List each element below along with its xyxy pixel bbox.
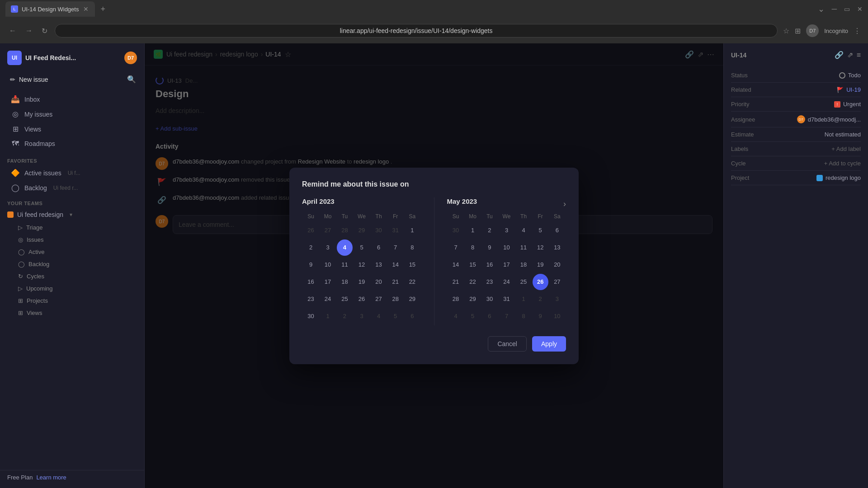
calendar-day-3[interactable]: 3 <box>320 239 336 256</box>
assignee-value-container[interactable]: D7 d7bdeb36@moodj... <box>797 115 861 123</box>
extensions-icon[interactable]: ⊞ <box>795 27 801 35</box>
calendar-day-1[interactable]: 1 <box>404 222 420 239</box>
calendar-day-11[interactable]: 11 <box>337 257 353 273</box>
calendar-day-16[interactable]: 16 <box>481 257 497 273</box>
calendar-day-13[interactable]: 13 <box>549 239 565 256</box>
calendar-day-11[interactable]: 11 <box>516 239 532 256</box>
calendar-day-8[interactable]: 8 <box>516 308 532 324</box>
user-avatar[interactable]: D7 <box>124 52 137 64</box>
calendar-day-31[interactable]: 31 <box>499 291 515 307</box>
calendar-day-30[interactable]: 30 <box>371 222 387 239</box>
priority-value-container[interactable]: ! Urgent <box>834 101 861 108</box>
sidebar-item-backlog[interactable]: ◯ Backlog Ui feed r... <box>4 180 141 195</box>
related-value-container[interactable]: 🚩 UI-19 <box>837 86 861 93</box>
menu-icon[interactable]: ⋮ <box>854 27 861 35</box>
calendar-day-23[interactable]: 23 <box>303 291 319 307</box>
back-button[interactable]: ← <box>7 25 18 37</box>
status-value-container[interactable]: Todo <box>839 72 861 79</box>
calendar-day-31[interactable]: 31 <box>387 222 403 239</box>
sidebar-item-views[interactable]: ⊞ Views <box>4 122 141 136</box>
sidebar-item-triage[interactable]: ▷ Triage <box>0 221 144 234</box>
calendar-day-20[interactable]: 20 <box>371 274 387 290</box>
calendar-day-21[interactable]: 21 <box>387 274 403 290</box>
calendar-day-16[interactable]: 16 <box>303 274 319 290</box>
reload-button[interactable]: ↻ <box>40 25 49 37</box>
sidebar-item-my-issues[interactable]: ◎ My issues <box>4 107 141 122</box>
calendar-day-13[interactable]: 13 <box>371 257 387 273</box>
calendar-day-7[interactable]: 7 <box>387 239 403 256</box>
calendar-day-30[interactable]: 30 <box>303 308 319 324</box>
calendar-day-10[interactable]: 10 <box>549 308 565 324</box>
calendar-day-10[interactable]: 10 <box>320 257 336 273</box>
calendar-day-12[interactable]: 12 <box>354 257 370 273</box>
calendar-day-6[interactable]: 6 <box>549 222 565 239</box>
star-icon[interactable]: ☆ <box>783 27 789 35</box>
profile-icon[interactable]: D7 <box>806 24 819 37</box>
calendar-day-28[interactable]: 28 <box>387 291 403 307</box>
modal-overlay[interactable]: Remind me about this issue on April 2023… <box>145 43 723 488</box>
calendar-day-5[interactable]: 5 <box>533 222 548 239</box>
sidebar-team-row[interactable]: Ui feed redesign ▾ <box>0 208 144 221</box>
calendar-day-26[interactable]: 26 <box>533 274 548 290</box>
calendar-day-8[interactable]: 8 <box>404 239 420 256</box>
calendar-day-29[interactable]: 29 <box>465 291 481 307</box>
calendar-day-17[interactable]: 17 <box>499 257 515 273</box>
close-window-icon[interactable]: ✕ <box>857 5 863 13</box>
sidebar-item-active[interactable]: ◯ Active <box>0 246 144 258</box>
calendar-day-3[interactable]: 3 <box>499 222 515 239</box>
calendar-day-27[interactable]: 27 <box>371 291 387 307</box>
sidebar-item-cycles[interactable]: ↻ Cycles <box>0 270 144 282</box>
learn-more-link[interactable]: Learn more <box>36 474 66 481</box>
calendar-day-25[interactable]: 25 <box>516 274 532 290</box>
address-bar[interactable]: linear.app/ui-feed-redesign/issue/UI-14/… <box>55 24 778 38</box>
related-value[interactable]: UI-19 <box>846 86 861 93</box>
calendar-day-2[interactable]: 2 <box>337 308 353 324</box>
sidebar-item-backlog-sub[interactable]: ◯ Backlog <box>0 258 144 270</box>
calendar-day-5[interactable]: 5 <box>387 308 403 324</box>
search-button[interactable]: 🔍 <box>124 72 139 86</box>
calendar-day-26[interactable]: 26 <box>303 222 319 239</box>
calendar-day-12[interactable]: 12 <box>533 239 548 256</box>
tab-close-button[interactable]: ✕ <box>82 5 90 13</box>
calendar-day-3[interactable]: 3 <box>549 291 565 307</box>
calendar-day-19[interactable]: 19 <box>354 274 370 290</box>
forward-button[interactable]: → <box>24 25 34 37</box>
calendar-day-24[interactable]: 24 <box>499 274 515 290</box>
calendar-day-10[interactable]: 10 <box>499 239 515 256</box>
calendar-day-29[interactable]: 29 <box>354 222 370 239</box>
estimate-value-container[interactable]: Not estimated <box>825 131 861 138</box>
sidebar-item-active-issues[interactable]: 🔶 Active issues Ui f... <box>4 165 141 180</box>
calendar-day-9[interactable]: 9 <box>481 239 497 256</box>
calendar-day-18[interactable]: 18 <box>516 257 532 273</box>
calendar-day-27[interactable]: 27 <box>549 274 565 290</box>
maximize-icon[interactable]: ▭ <box>844 5 850 13</box>
calendar-day-30[interactable]: 30 <box>481 291 497 307</box>
sidebar-item-views-sub[interactable]: ⊞ Views <box>0 307 144 319</box>
calendar-day-28[interactable]: 28 <box>337 222 353 239</box>
calendar-day-18[interactable]: 18 <box>337 274 353 290</box>
calendar-day-14[interactable]: 14 <box>387 257 403 273</box>
calendar-day-7[interactable]: 7 <box>448 239 464 256</box>
calendar-day-6[interactable]: 6 <box>481 308 497 324</box>
calendar-day-21[interactable]: 21 <box>448 274 464 290</box>
calendar-day-5[interactable]: 5 <box>465 308 481 324</box>
calendar-day-1[interactable]: 1 <box>516 291 532 307</box>
calendar-day-14[interactable]: 14 <box>448 257 464 273</box>
add-label-button[interactable]: + Add label <box>831 145 861 152</box>
more-right-button[interactable]: ≡ <box>857 51 861 59</box>
sidebar-item-projects[interactable]: ⊞ Projects <box>0 295 144 307</box>
calendar-day-1[interactable]: 1 <box>320 308 336 324</box>
cancel-button[interactable]: Cancel <box>488 336 527 352</box>
sidebar-item-roadmaps[interactable]: 🗺 Roadmaps <box>4 136 141 151</box>
calendar-day-7[interactable]: 7 <box>499 308 515 324</box>
add-cycle-button[interactable]: + Add to cycle <box>824 160 861 167</box>
apply-button[interactable]: Apply <box>532 336 566 352</box>
open-right-button[interactable]: ⇗ <box>847 51 853 59</box>
calendar-day-22[interactable]: 22 <box>404 274 420 290</box>
calendar-day-1[interactable]: 1 <box>465 222 481 239</box>
calendar-day-15[interactable]: 15 <box>465 257 481 273</box>
calendar-day-9[interactable]: 9 <box>533 308 548 324</box>
new-tab-button[interactable]: + <box>97 3 109 16</box>
calendar-day-23[interactable]: 23 <box>481 274 497 290</box>
sidebar-item-issues[interactable]: ◎ Issues <box>0 234 144 246</box>
